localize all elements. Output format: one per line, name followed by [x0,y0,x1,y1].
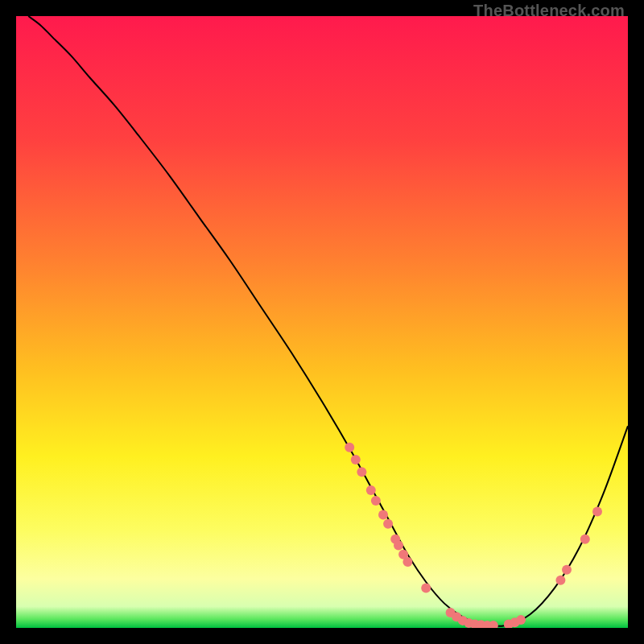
data-marker [402,557,412,567]
data-marker [383,519,393,529]
data-markers [345,443,602,628]
data-marker [421,584,431,593]
data-marker [580,535,590,544]
data-marker [555,576,565,585]
data-marker [366,485,376,495]
data-marker [592,507,602,517]
data-marker [516,615,526,625]
data-marker [357,467,366,477]
data-marker [351,455,361,464]
data-marker [394,540,403,550]
chart-stage: TheBottleneck.com [0,0,644,644]
data-marker [345,443,354,452]
data-marker [562,565,572,575]
data-marker [371,496,381,506]
bottleneck-curve [28,16,628,626]
plot-area [16,16,628,628]
curve-layer [16,16,628,628]
data-marker [378,510,388,519]
